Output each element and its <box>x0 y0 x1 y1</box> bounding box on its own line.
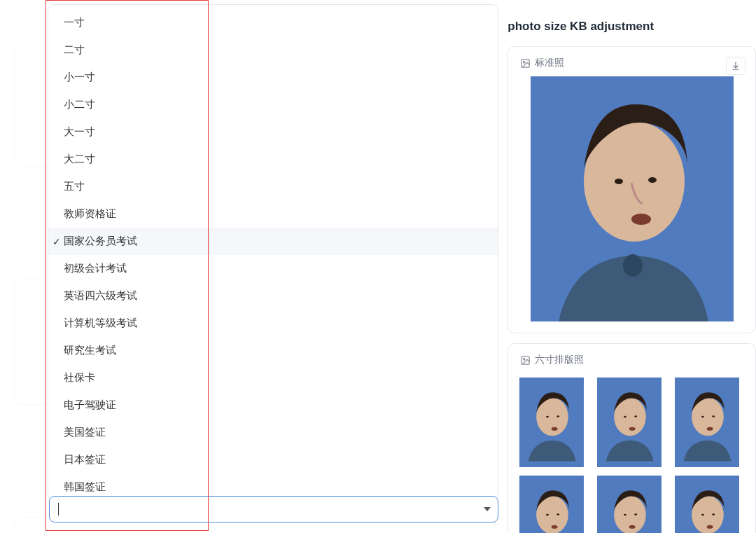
dropdown-item[interactable]: ✓研究生考试 <box>48 337 498 364</box>
svg-point-12 <box>546 416 549 418</box>
check-icon: ✓ <box>52 236 61 247</box>
six-inch-grid-panel: 六寸排版照 <box>507 343 756 533</box>
dropdown-item-label: 二寸 <box>64 43 85 57</box>
dropdown-item[interactable]: ✓大一寸 <box>48 118 498 146</box>
svg-point-9 <box>523 358 525 360</box>
preview-column: photo size KB adjustment 标准照 <box>507 0 756 533</box>
standard-photo-panel: 标准照 <box>507 46 756 333</box>
dropdown-item-label: 英语四六级考试 <box>64 289 137 303</box>
dropdown-item[interactable]: ✓大二寸 <box>48 146 498 173</box>
svg-point-37 <box>701 514 704 516</box>
svg-point-22 <box>701 416 704 418</box>
svg-point-18 <box>635 415 638 417</box>
dropdown-item-label: 计算机等级考试 <box>64 317 137 330</box>
dropdown-item-label: 小二寸 <box>64 98 95 111</box>
grid-photo <box>519 476 584 533</box>
portrait-image <box>597 476 662 533</box>
image-icon <box>519 57 531 69</box>
svg-point-34 <box>629 525 636 529</box>
svg-point-23 <box>712 415 715 417</box>
grid-photo <box>597 476 662 533</box>
portrait-image <box>597 378 662 467</box>
portrait-image <box>675 378 739 467</box>
portrait-image <box>519 476 584 533</box>
dropdown-item[interactable]: ✓五寸 <box>48 173 498 200</box>
dropdown-item-label: 韩国签证 <box>64 480 106 494</box>
dropdown-item[interactable]: ✓二寸 <box>48 36 498 64</box>
dropdown-item[interactable]: ✓教师资格证 <box>48 200 498 228</box>
dropdown-item-label: 初级会计考试 <box>64 262 127 275</box>
dropdown-item[interactable]: ✓美国签证 <box>48 419 498 446</box>
svg-point-32 <box>624 514 626 516</box>
dropdown-item[interactable]: ✓社保卡 <box>48 364 498 392</box>
dropdown-item-label: 社保卡 <box>64 371 95 385</box>
dropdown-item-label: 教师资格证 <box>64 207 116 221</box>
dropdown-item-label: 日本签证 <box>64 453 106 466</box>
size-dropdown-list[interactable]: ✓一寸✓二寸✓小一寸✓小二寸✓大一寸✓大二寸✓五寸✓教师资格证✓国家公务员考试✓… <box>48 4 498 501</box>
panel-header: 六寸排版照 <box>519 354 744 366</box>
grid-photo <box>675 378 739 467</box>
svg-point-39 <box>707 525 713 529</box>
size-combobox[interactable] <box>49 496 498 522</box>
portrait-image <box>675 476 739 533</box>
svg-point-5 <box>648 177 657 183</box>
svg-point-17 <box>624 416 626 418</box>
svg-point-33 <box>635 513 638 515</box>
dropdown-item-label: 一寸 <box>64 16 85 29</box>
dropdown-item[interactable]: ✓计算机等级考试 <box>48 310 498 337</box>
svg-point-19 <box>629 427 636 431</box>
download-button[interactable] <box>726 57 746 75</box>
standard-photo <box>531 76 734 321</box>
svg-point-29 <box>552 525 558 529</box>
dropdown-item-label: 五寸 <box>64 180 85 193</box>
svg-point-28 <box>557 513 560 515</box>
dropdown-item-label: 大一寸 <box>64 125 95 139</box>
grid-photo <box>519 378 584 467</box>
dropdown-item-label: 美国签证 <box>64 426 106 439</box>
photo-grid <box>519 373 744 533</box>
panel-header: 标准照 <box>519 57 744 69</box>
svg-point-38 <box>712 513 715 515</box>
portrait-image <box>531 76 734 321</box>
grid-photo <box>675 476 739 533</box>
dropdown-item[interactable]: ✓英语四六级考试 <box>48 282 498 310</box>
dropdown-item-label: 电子驾驶证 <box>64 399 116 412</box>
download-icon <box>730 60 741 71</box>
panel-tag-label: 六寸排版照 <box>535 354 584 366</box>
svg-point-13 <box>557 415 560 417</box>
svg-point-27 <box>546 514 549 516</box>
svg-point-6 <box>631 214 651 225</box>
text-cursor <box>58 503 59 515</box>
form-column: ✓一寸✓二寸✓小一寸✓小二寸✓大一寸✓大二寸✓五寸✓教师资格证✓国家公务员考试✓… <box>0 0 496 533</box>
chevron-down-icon <box>484 507 491 511</box>
dropdown-item[interactable]: ✓电子驾驶证 <box>48 392 498 419</box>
svg-point-7 <box>623 254 643 277</box>
dropdown-item[interactable]: ✓日本签证 <box>48 446 498 473</box>
dropdown-item[interactable]: ✓小二寸 <box>48 91 498 118</box>
dropdown-item[interactable]: ✓小一寸 <box>48 64 498 91</box>
page-title: photo size KB adjustment <box>507 0 756 46</box>
dropdown-item-label: 研究生考试 <box>64 344 116 357</box>
svg-point-24 <box>707 427 713 431</box>
svg-point-4 <box>615 179 623 184</box>
dropdown-item[interactable]: ✓初级会计考试 <box>48 255 498 282</box>
dropdown-item-label: 小一寸 <box>64 71 95 84</box>
dropdown-item[interactable]: ✓国家公务员考试 <box>48 228 498 255</box>
dropdown-item-label: 国家公务员考试 <box>64 235 137 248</box>
image-icon <box>519 354 531 366</box>
svg-point-1 <box>523 61 525 63</box>
grid-photo <box>597 378 662 467</box>
dropdown-item-label: 大二寸 <box>64 153 95 166</box>
portrait-image <box>519 378 584 467</box>
dropdown-item[interactable]: ✓一寸 <box>48 9 498 36</box>
panel-tag-label: 标准照 <box>535 57 564 69</box>
svg-point-14 <box>552 427 558 431</box>
